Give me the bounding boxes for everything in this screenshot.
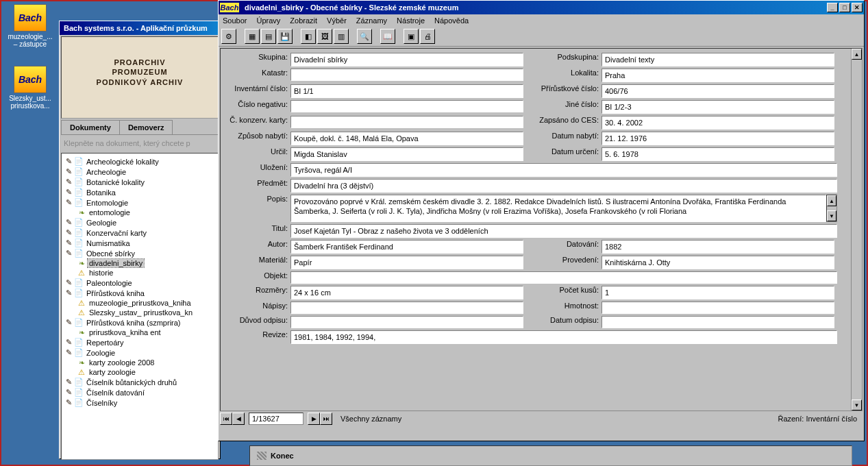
field-popis[interactable]: Provozováno poprvé v Král. zemském české… <box>290 195 826 222</box>
tree-item[interactable]: ✎📄Geologie <box>62 217 218 228</box>
record-position[interactable]: 1/13627 <box>249 413 303 425</box>
tree-item[interactable]: ✎📄Botanické lokality <box>62 177 218 187</box>
field-inv[interactable]: BI 1/1 <box>290 84 523 98</box>
tree-item[interactable]: ⚠Slezsky_ustav_ prirustkova_kn <box>62 308 218 317</box>
tree-item[interactable]: ⚠historie <box>62 268 218 278</box>
hint-text: Klepněte na dokument, který chcete p <box>60 135 220 151</box>
tree-item[interactable]: ✎📄Přírůstková kniha (szmprira) <box>62 317 218 328</box>
last-record-button[interactable]: ⏭ <box>320 413 332 425</box>
tree-item[interactable]: ✎📄Archeologické lokality <box>62 156 218 167</box>
field-zpusob[interactable]: Koupě, dokl. č. 148, Malá Ela, Opava <box>290 132 523 145</box>
eraser-icon[interactable]: ◧ <box>301 29 316 44</box>
field-duvodr[interactable] <box>290 316 523 328</box>
field-skupina[interactable]: Divadelní sbírky <box>290 53 523 66</box>
field-autor[interactable]: Šamberk František Ferdinand <box>290 240 523 254</box>
tab-demoverz[interactable]: Demoverz <box>120 120 173 134</box>
field-ces[interactable]: 30. 4. 2002 <box>602 116 834 130</box>
tree-label: Slezsky_ustav_ prirustkova_kn <box>88 308 194 317</box>
field-konzerv[interactable] <box>290 116 523 128</box>
maximize-button[interactable]: □ <box>839 3 850 12</box>
tree-item[interactable]: ✎📄Přírůstková kniha <box>62 288 218 298</box>
field-objekt[interactable] <box>290 271 837 284</box>
field-katastr[interactable] <box>290 69 523 81</box>
minimize-button[interactable]: _ <box>827 3 838 12</box>
field-urcil[interactable]: Migda Stanislav <box>290 147 523 161</box>
titlebar[interactable]: Bach divadelni_sbirky - Obecné sbírky - … <box>219 1 864 14</box>
tree-item[interactable]: ✎📄Paleontologie <box>62 278 218 288</box>
tree-item[interactable]: ⚠karty zoologie <box>62 367 218 377</box>
print-icon[interactable]: 🖨 <box>420 29 435 44</box>
toolbar-button[interactable]: ▦ <box>245 29 260 44</box>
menu-soubor[interactable]: Soubor <box>223 16 247 25</box>
field-material[interactable]: Papír <box>290 256 523 269</box>
konec-button[interactable]: Konec <box>249 445 852 466</box>
field-urceni[interactable]: 5. 6. 1978 <box>602 147 834 161</box>
titlebar[interactable]: Bach systems s.r.o. - Aplikační průzkum <box>60 21 220 35</box>
field-napisy[interactable] <box>290 302 523 314</box>
field-jine[interactable]: BI 1/2-3 <box>602 100 834 114</box>
field-neg[interactable] <box>290 100 523 112</box>
field-titul[interactable]: Josef Kajetán Tyl - Obraz z našeho život… <box>290 224 837 238</box>
toolbar-button[interactable]: ▣ <box>404 29 419 44</box>
vertical-scrollbar[interactable]: ▲ ▼ <box>851 49 862 410</box>
scroll-up-icon[interactable]: ▲ <box>852 49 862 60</box>
tree-item[interactable]: ✎📄Numismatika <box>62 238 218 248</box>
textarea-scrollbar[interactable]: ▲▼ <box>826 195 837 222</box>
save-icon[interactable]: 💾 <box>277 29 293 44</box>
tree-item[interactable]: ❧entomologie <box>62 208 218 217</box>
menu-vyber[interactable]: Výběr <box>327 16 347 25</box>
field-revize[interactable]: 1981, 1984, 1992, 1994, <box>290 330 837 344</box>
book-icon[interactable]: 📖 <box>380 29 395 44</box>
field-podskupina[interactable]: Divadelní texty <box>602 53 834 66</box>
tree-item[interactable]: ✎📄Číselníky <box>62 397 218 408</box>
tree-item[interactable]: ✎📄Číselník datování <box>62 387 218 397</box>
first-record-button[interactable]: ⏮ <box>220 413 232 425</box>
tree-item[interactable]: ❧karty zoologie 2008 <box>62 358 218 367</box>
tree-item[interactable]: ✎📄Repertoáry <box>62 337 218 347</box>
tree-item[interactable]: ✎📄Obecné sbírky <box>62 248 218 258</box>
tree-item[interactable]: ❧prirustkova_kniha ent <box>62 328 218 337</box>
field-provedeni[interactable]: Knihtiskárna J. Otty <box>602 256 834 269</box>
document-icon: 📄 <box>74 289 84 297</box>
prev-record-button[interactable]: ◀ <box>232 413 245 425</box>
field-lokalita[interactable]: Praha <box>602 69 834 82</box>
menu-zobrazit[interactable]: Zobrazit <box>290 16 317 25</box>
image-icon[interactable]: 🖼 <box>317 29 332 44</box>
field-hmotnost[interactable] <box>602 302 834 314</box>
tab-dokumenty[interactable]: Dokumenty <box>61 120 120 134</box>
next-record-button[interactable]: ▶ <box>308 413 320 425</box>
toolbar: ⚙ ▦ ▤ 💾 ◧ 🖼 ▥ 🔍 📖 ▣ 🖨 <box>219 27 864 47</box>
tree-item[interactable]: ✎📄Entomologie <box>62 197 218 208</box>
scroll-down-icon[interactable]: ▼ <box>852 400 862 410</box>
search-icon[interactable]: 🔍 <box>357 29 372 44</box>
tree-item[interactable]: ⚠muzeologie_prirustkova_kniha <box>62 298 218 308</box>
toolbar-button[interactable]: ▥ <box>334 29 349 44</box>
menu-zaznamy[interactable]: Záznamy <box>356 16 387 25</box>
desktop-icon[interactable]: Bach muzeologie_... – zástupce <box>5 4 55 48</box>
field-pocet[interactable]: 1 <box>602 286 834 299</box>
tree-item[interactable]: ✎📄Botanika <box>62 187 218 197</box>
tree-item[interactable]: ✎📄Číselník bůtanických druhů <box>62 377 218 387</box>
field-nabyti[interactable]: 21. 12. 1976 <box>602 132 834 145</box>
tree-item[interactable]: ✎📄Zoologie <box>62 347 218 358</box>
tree-label: prirustkova_kniha ent <box>88 328 162 336</box>
field-prirust[interactable]: 406/76 <box>602 84 834 98</box>
desktop-icon[interactable]: Bach Slezsky_ust... prirustkova... <box>5 66 55 110</box>
field-datovani[interactable]: 1882 <box>602 240 834 254</box>
tree-item[interactable]: ❧divadelni_sbirky <box>62 258 218 268</box>
close-button[interactable]: ✕ <box>852 3 863 12</box>
tree-item[interactable]: ✎📄Konzervační karty <box>62 228 218 238</box>
field-rozmery[interactable]: 24 x 16 cm <box>290 286 523 299</box>
grid-icon <box>257 452 266 460</box>
tree-view[interactable]: ✎📄Archeologické lokality✎📄Archeologie✎📄B… <box>61 153 219 460</box>
field-datumodp[interactable] <box>602 316 834 328</box>
tree-label: Paleontologie <box>85 279 134 287</box>
toolbar-button[interactable]: ⚙ <box>221 29 236 44</box>
field-predmet[interactable]: Divadelní hra (3 dějství) <box>290 179 837 193</box>
menu-napoveda[interactable]: Nápověda <box>434 16 469 25</box>
field-ulozeni[interactable]: Tyršova, regál A/I <box>290 163 837 177</box>
tree-item[interactable]: ✎📄Archeologie <box>62 167 218 177</box>
menu-nastroje[interactable]: Nástroje <box>397 16 425 25</box>
menu-upravy[interactable]: Úpravy <box>256 16 280 25</box>
toolbar-button[interactable]: ▤ <box>261 29 276 44</box>
